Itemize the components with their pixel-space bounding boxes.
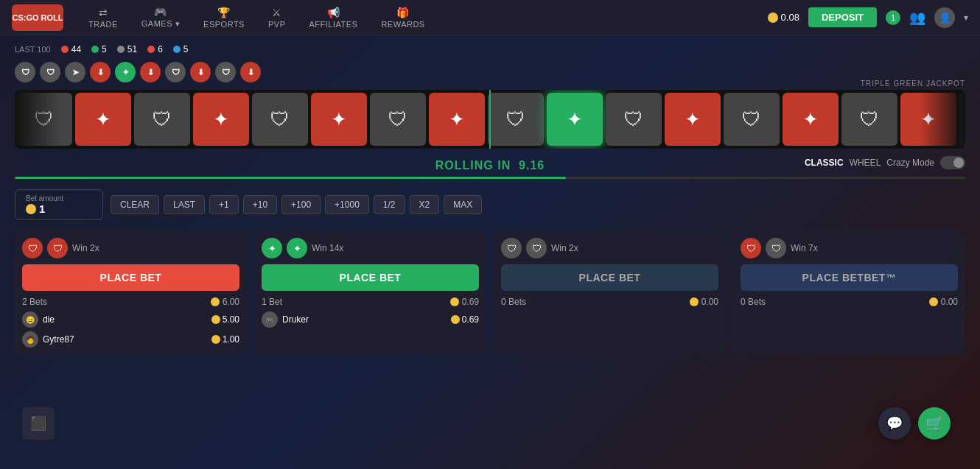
bet-amount-value[interactable]: 1 — [39, 202, 45, 215]
trade-icon: ⇄ — [99, 7, 108, 18]
bet-sections: 🛡 🛡 Win 2x Place Bet 2 Bets 6.00 😐 die — [15, 230, 965, 355]
wheel-track: 🛡 ✦ 🛡 ✦ 🛡 ✦ 🛡 ✦ 🛡 ✦ 🛡 ✦ 🛡 ✦ 🛡 ✦ 🛡 — [15, 90, 965, 149]
nav-rewards[interactable]: 🎁 REWARDS — [371, 4, 435, 32]
toggle-knob — [953, 158, 964, 168]
blue-win-label: Win 7x — [791, 243, 818, 253]
coin-icon — [768, 13, 778, 23]
wheel-item-11: ✦ — [665, 93, 721, 146]
wheel-pointer — [489, 90, 491, 149]
nav-rewards-label: REWARDS — [381, 20, 424, 29]
avatar[interactable]: 👤 — [934, 7, 955, 28]
logo[interactable]: CS:GO ROLL — [12, 4, 63, 31]
nav-trade-label: TRADE — [88, 20, 118, 29]
place-bet-green-button[interactable]: Place Bet — [262, 264, 479, 291]
history-dot-9[interactable]: ⬇ — [240, 62, 261, 82]
esports-icon: 🏆 — [217, 7, 231, 18]
blue-bets-amount: 0.00 — [929, 297, 958, 307]
history-dot-8[interactable]: 🛡 — [215, 62, 236, 82]
bettor-gytre-avatar: 🧑 — [22, 331, 38, 348]
stat-blue: 5 — [173, 44, 189, 54]
pvp-icon: ⚔ — [272, 7, 282, 18]
history-dot-5[interactable]: ⬇ — [140, 62, 161, 82]
stat-red: 44 — [61, 44, 81, 54]
rolling-progress-bar — [15, 177, 965, 179]
bettor-row-druker: 🎮 Druker 0.69 — [262, 311, 479, 328]
chevron-down-icon[interactable]: ▾ — [964, 13, 968, 23]
blue-coin-icon — [929, 297, 938, 306]
nav-affiliates[interactable]: 📢 AFFILIATES — [298, 4, 368, 32]
bet-section-red: 🛡 🛡 Win 2x Place Bet 2 Bets 6.00 😐 die — [15, 230, 247, 355]
history-dot-0[interactable]: 🛡 — [15, 62, 35, 82]
max-button[interactable]: MAX — [444, 195, 482, 214]
place-bet-red-button[interactable]: Place Bet — [22, 264, 239, 291]
friends-icon[interactable]: 👥 — [909, 10, 925, 26]
last-button[interactable]: LAST — [164, 195, 205, 214]
mode-wheel[interactable]: WHEEL — [850, 158, 881, 168]
plus100-button[interactable]: +100 — [281, 195, 321, 214]
cart-button[interactable]: 🛒 — [918, 407, 951, 440]
history-dot-6[interactable]: 🛡 — [165, 62, 186, 82]
green-win-label: Win 14x — [312, 243, 343, 253]
red-dot-icon — [61, 46, 69, 53]
wheel-item-6: 🛡 — [370, 93, 426, 146]
blue-dot-icon — [173, 46, 181, 53]
wheel-item-1: ✦ — [75, 93, 131, 146]
wheel-item-9-active: ✦ — [547, 93, 603, 146]
plus1-button[interactable]: +1 — [209, 195, 239, 214]
deposit-button[interactable]: DEPOSIT — [808, 7, 877, 27]
bettor-gytre-name: Gytre87 — [43, 334, 74, 345]
square-button[interactable]: ⬛ — [22, 407, 55, 440]
place-bet-gray-button[interactable]: Place Bet — [501, 264, 718, 291]
gray-win-label: Win 2x — [551, 243, 578, 253]
red-icon-2: 🛡 — [47, 238, 68, 258]
bettor-gytre-info: 🧑 Gytre87 — [22, 331, 74, 348]
gray-dot-icon — [117, 46, 125, 53]
rolling-fill — [15, 177, 566, 179]
history-dot-1[interactable]: 🛡 — [40, 62, 60, 82]
plus10-button[interactable]: +10 — [243, 195, 277, 214]
red2-dot-icon — [147, 46, 155, 53]
history-dot-2[interactable]: ➤ — [65, 62, 85, 82]
notification-badge[interactable]: 1 — [886, 10, 900, 25]
half-button[interactable]: 1/2 — [374, 195, 405, 214]
plus1000-button[interactable]: +1000 — [325, 195, 369, 214]
nav-games[interactable]: 🎮 GAMES ▾ — [131, 3, 190, 32]
place-bet-blue-button[interactable]: Place BetBet™ — [741, 264, 958, 291]
green-bets-count: 1 Bet — [262, 297, 282, 307]
history-dot-7[interactable]: ⬇ — [190, 62, 211, 82]
bettor-druker-name: Druker — [282, 314, 309, 325]
nav-esports[interactable]: 🏆 ESPORTS — [193, 4, 255, 32]
history-dot-4[interactable]: ✦ — [115, 62, 136, 82]
nav-trade[interactable]: ⇄ TRADE — [78, 4, 128, 32]
x2-button[interactable]: X2 — [410, 195, 440, 214]
history-dot-3[interactable]: ⬇ — [90, 62, 111, 82]
nav-items: ⇄ TRADE 🎮 GAMES ▾ 🏆 ESPORTS ⚔ PVP 📢 AFFI… — [78, 3, 768, 32]
bettor-die-amount: 5.00 — [211, 314, 239, 325]
crazy-mode-toggle[interactable] — [940, 156, 965, 169]
bettor-druker-val: 0.69 — [462, 314, 479, 325]
wheel-item-4: 🛡 — [252, 93, 308, 146]
wheel-item-14: 🛡 — [841, 93, 897, 146]
bettor-druker-info: 🎮 Druker — [262, 311, 309, 328]
main-content: LAST 100 44 5 51 6 5 🛡 🛡 ➤ ⬇ ✦ ⬇ 🛡 ⬇ — [0, 35, 980, 364]
red-coin-icon — [211, 297, 220, 306]
wheel-item-3: ✦ — [193, 93, 249, 146]
blue-icon-1: 🛡 — [741, 238, 761, 258]
gray-icon-1: 🛡 — [501, 238, 522, 258]
red-icon-1: 🛡 — [22, 238, 43, 258]
wheel-item-15: ✦ — [900, 93, 956, 146]
gray-icon-2: 🛡 — [526, 238, 547, 258]
red-bets-summary: 2 Bets 6.00 — [22, 297, 239, 307]
green-amount: 0.69 — [462, 297, 479, 307]
clear-button[interactable]: CLEAR — [111, 195, 159, 214]
wheel-item-0: 🛡 — [16, 93, 72, 146]
red-section-header: 🛡 🛡 Win 2x — [22, 238, 239, 258]
rolling-label: ROLLING IN — [435, 159, 511, 172]
stats-label: LAST 100 — [15, 45, 51, 54]
bet-controls: Bet amount 1 CLEAR LAST +1 +10 +100 +100… — [15, 189, 965, 220]
chat-button[interactable]: 💬 — [878, 407, 911, 440]
rolling-bar: CLASSIC WHEEL Crazy Mode ROLLING IN 9.16 — [15, 159, 965, 179]
mode-classic[interactable]: CLASSIC — [805, 158, 844, 168]
nav-pvp[interactable]: ⚔ PVP — [258, 4, 296, 32]
mode-switcher: CLASSIC WHEEL Crazy Mode — [805, 156, 965, 169]
